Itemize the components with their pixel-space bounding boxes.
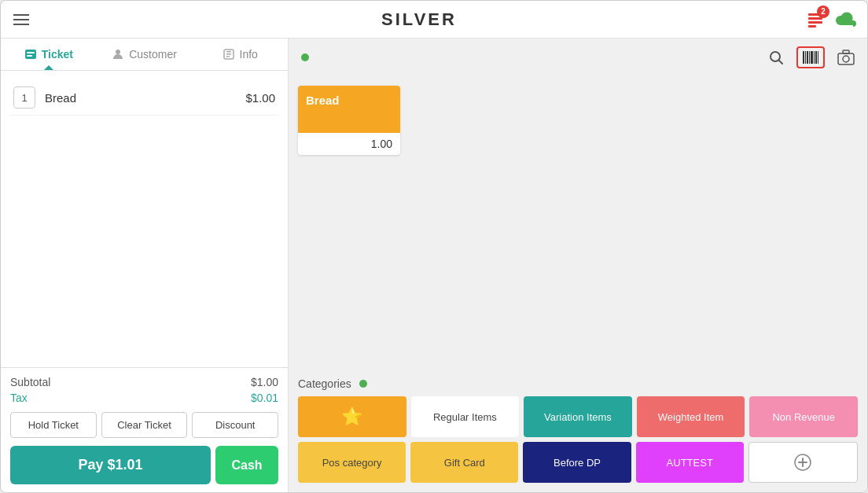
camera-icon [837,50,855,65]
categories-dot [359,380,367,388]
category-add[interactable] [748,442,858,483]
subtotal-label: Subtotal [10,376,50,388]
category-variation[interactable]: Variation Items [524,396,632,437]
pay-area: Pay $1.01 Cash [10,446,278,484]
product-tile-name: Bread [298,86,400,133]
svg-rect-20 [815,51,817,64]
notification-button[interactable]: 2 [806,10,825,29]
screen: SILVER 2 [0,0,868,493]
item-name: Bread [45,91,245,105]
top-bar-right: 2 [806,10,858,29]
cash-button[interactable]: Cash [215,446,278,484]
cloud-icon [836,11,858,28]
svg-rect-24 [843,50,849,53]
product-tile[interactable]: Bread 1.00 [298,86,400,155]
notification-badge: 2 [817,6,829,18]
clear-ticket-button[interactable]: Clear Ticket [101,412,188,438]
discount-button[interactable]: Discount [192,412,278,438]
table-row: 1 Bread $1.00 [10,80,278,116]
tab-bar: Ticket Customer Info [1,39,288,71]
tax-label: Tax [10,392,28,404]
add-icon [793,453,812,472]
item-price: $1.00 [245,91,275,105]
app-title: SILVER [381,9,457,30]
svg-rect-4 [25,50,36,59]
ticket-footer: Subtotal $1.00 Tax $0.01 Hold Ticket Cle… [1,367,288,492]
top-bar: SILVER 2 [1,1,867,39]
categories-row-2: Pos category Gift Card Before DP AUTTEST [298,442,858,483]
svg-rect-17 [809,51,810,64]
category-pos[interactable]: Pos category [298,442,406,483]
subtotal-row: Subtotal $1.00 [10,376,278,388]
hold-ticket-button[interactable]: Hold Ticket [10,412,97,438]
tab-info[interactable]: Info [192,39,288,70]
svg-rect-18 [811,51,813,64]
info-tab-icon [223,48,235,61]
svg-rect-9 [226,51,231,53]
pay-button[interactable]: Pay $1.01 [10,446,211,484]
svg-rect-11 [226,56,230,57]
svg-rect-16 [807,51,808,64]
categories-section: Categories ⭐ Regular Items Variation Ite… [289,373,867,492]
svg-point-23 [843,56,849,62]
ticket-tab-icon [24,48,37,61]
svg-rect-5 [27,52,35,53]
right-header [289,39,867,76]
search-icon [768,50,784,65]
tab-customer[interactable]: Customer [97,39,193,70]
svg-rect-10 [226,53,231,55]
customer-tab-icon [112,48,124,61]
item-qty: 1 [13,86,35,109]
action-buttons: Hold Ticket Clear Ticket Discount [10,412,278,438]
category-giftcard[interactable]: Gift Card [410,442,518,483]
svg-rect-3 [808,25,816,28]
categories-rows: ⭐ Regular Items Variation Items Weighted… [298,396,858,483]
product-tile-price: 1.00 [298,133,400,155]
left-panel: Ticket Customer Info [1,39,289,492]
ticket-list: 1 Bread $1.00 [1,71,288,367]
svg-rect-2 [808,21,822,24]
category-beforedp[interactable]: Before DP [523,442,631,483]
cloud-button[interactable] [836,11,858,28]
main-content: Ticket Customer Info [1,39,867,492]
categories-header: Categories [298,373,858,396]
category-auttest[interactable]: AUTTEST [636,442,744,483]
categories-title: Categories [298,377,351,390]
svg-rect-14 [803,51,804,64]
search-button[interactable] [768,50,784,65]
barcode-icon [802,50,819,64]
svg-rect-21 [818,51,818,64]
category-regular[interactable]: Regular Items [411,396,520,437]
right-panel: Bread 1.00 Categories ⭐ Regular Items Va… [289,39,867,492]
svg-point-7 [116,50,120,54]
tax-value: $0.01 [251,392,278,404]
svg-rect-19 [814,51,815,64]
camera-button[interactable] [837,50,855,65]
tax-row: Tax $0.01 [10,392,278,404]
hamburger-menu[interactable] [10,11,32,28]
subtotal-value: $1.00 [251,376,278,388]
svg-rect-15 [805,51,806,64]
category-nonrevenue[interactable]: Non Revenue [749,396,858,437]
top-bar-left [10,11,32,28]
svg-rect-22 [838,53,854,64]
svg-line-13 [779,61,783,64]
category-weighted[interactable]: Weighted Item [637,396,745,437]
svg-rect-6 [27,55,32,57]
barcode-button[interactable] [796,46,825,68]
right-header-icons [768,46,855,68]
product-area: Bread 1.00 [289,76,867,373]
tab-ticket[interactable]: Ticket [1,39,97,70]
dot-indicator [301,53,309,61]
category-favorites[interactable]: ⭐ [298,396,406,437]
categories-row-1: ⭐ Regular Items Variation Items Weighted… [298,396,858,437]
